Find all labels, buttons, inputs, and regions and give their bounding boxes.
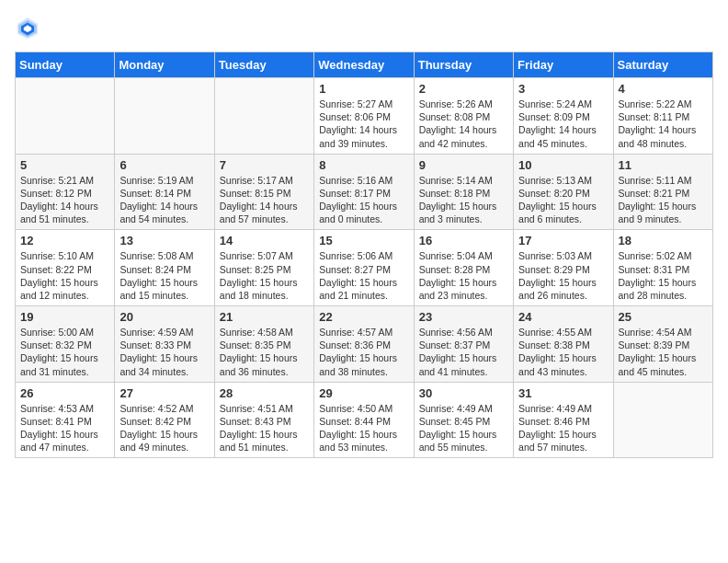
day-info: Sunrise: 5:08 AM Sunset: 8:24 PM Dayligh… — [119, 249, 209, 302]
day-number: 31 — [518, 386, 608, 400]
day-number: 24 — [518, 310, 608, 324]
calendar-cell: 7Sunrise: 5:17 AM Sunset: 8:15 PM Daylig… — [214, 154, 313, 230]
day-number: 17 — [518, 234, 608, 247]
day-number: 29 — [319, 386, 408, 400]
day-number: 30 — [419, 386, 508, 400]
day-info: Sunrise: 4:53 AM Sunset: 8:41 PM Dayligh… — [20, 402, 109, 454]
day-number: 11 — [619, 158, 708, 172]
calendar-cell: 2Sunrise: 5:26 AM Sunset: 8:08 PM Daylig… — [414, 78, 513, 155]
day-number: 1 — [319, 82, 408, 96]
day-number: 18 — [619, 234, 708, 247]
day-number: 20 — [119, 310, 209, 324]
day-info: Sunrise: 4:58 AM Sunset: 8:35 PM Dayligh… — [220, 326, 309, 378]
day-number: 6 — [119, 158, 209, 172]
calendar-body: 1Sunrise: 5:27 AM Sunset: 8:06 PM Daylig… — [16, 78, 713, 458]
calendar-cell — [115, 78, 214, 155]
day-number: 8 — [319, 158, 408, 172]
day-info: Sunrise: 5:14 AM Sunset: 8:18 PM Dayligh… — [419, 174, 508, 226]
day-number: 10 — [518, 158, 608, 172]
day-number: 23 — [419, 310, 508, 324]
day-number: 2 — [419, 82, 508, 96]
calendar-cell: 10Sunrise: 5:13 AM Sunset: 8:20 PM Dayli… — [514, 154, 613, 230]
calendar-cell: 25Sunrise: 4:54 AM Sunset: 8:39 PM Dayli… — [613, 306, 712, 383]
day-info: Sunrise: 5:11 AM Sunset: 8:21 PM Dayligh… — [619, 174, 708, 226]
calendar-cell: 11Sunrise: 5:11 AM Sunset: 8:21 PM Dayli… — [613, 154, 712, 230]
day-info: Sunrise: 5:02 AM Sunset: 8:31 PM Dayligh… — [619, 249, 708, 302]
day-number: 21 — [220, 310, 309, 324]
calendar-cell — [613, 382, 712, 458]
calendar-cell: 13Sunrise: 5:08 AM Sunset: 8:24 PM Dayli… — [115, 230, 214, 306]
calendar-cell: 27Sunrise: 4:52 AM Sunset: 8:42 PM Dayli… — [115, 382, 214, 458]
day-info: Sunrise: 4:57 AM Sunset: 8:36 PM Dayligh… — [319, 326, 408, 378]
calendar-cell: 28Sunrise: 4:51 AM Sunset: 8:43 PM Dayli… — [214, 382, 313, 458]
day-info: Sunrise: 5:13 AM Sunset: 8:20 PM Dayligh… — [518, 174, 608, 226]
calendar-cell: 6Sunrise: 5:19 AM Sunset: 8:14 PM Daylig… — [115, 154, 214, 230]
day-number: 13 — [119, 234, 209, 247]
header-wednesday: Wednesday — [314, 52, 414, 78]
calendar-cell: 24Sunrise: 4:55 AM Sunset: 8:38 PM Dayli… — [514, 306, 613, 383]
calendar-cell: 20Sunrise: 4:59 AM Sunset: 8:33 PM Dayli… — [115, 306, 214, 383]
day-info: Sunrise: 4:52 AM Sunset: 8:42 PM Dayligh… — [119, 402, 209, 454]
header-tuesday: Tuesday — [214, 52, 313, 78]
day-info: Sunrise: 5:24 AM Sunset: 8:09 PM Dayligh… — [518, 98, 608, 150]
day-info: Sunrise: 5:16 AM Sunset: 8:17 PM Dayligh… — [319, 174, 408, 226]
day-number: 22 — [319, 310, 408, 324]
day-number: 7 — [220, 158, 309, 172]
week-row-4: 19Sunrise: 5:00 AM Sunset: 8:32 PM Dayli… — [16, 306, 713, 383]
day-info: Sunrise: 5:26 AM Sunset: 8:08 PM Dayligh… — [419, 98, 508, 150]
calendar-cell: 16Sunrise: 5:04 AM Sunset: 8:28 PM Dayli… — [414, 230, 513, 306]
calendar-cell: 15Sunrise: 5:06 AM Sunset: 8:27 PM Dayli… — [314, 230, 414, 306]
day-info: Sunrise: 4:49 AM Sunset: 8:46 PM Dayligh… — [518, 402, 608, 454]
calendar-cell — [16, 78, 115, 155]
calendar-header-row: SundayMondayTuesdayWednesdayThursdayFrid… — [16, 52, 713, 78]
day-info: Sunrise: 4:55 AM Sunset: 8:38 PM Dayligh… — [518, 326, 608, 378]
day-number: 27 — [119, 386, 209, 400]
calendar-table: SundayMondayTuesdayWednesdayThursdayFrid… — [15, 52, 713, 458]
day-info: Sunrise: 5:07 AM Sunset: 8:25 PM Dayligh… — [220, 249, 309, 302]
calendar-cell: 3Sunrise: 5:24 AM Sunset: 8:09 PM Daylig… — [514, 78, 613, 155]
calendar-cell: 5Sunrise: 5:21 AM Sunset: 8:12 PM Daylig… — [16, 154, 115, 230]
calendar-cell — [214, 78, 313, 155]
header-thursday: Thursday — [414, 52, 513, 78]
calendar-cell: 22Sunrise: 4:57 AM Sunset: 8:36 PM Dayli… — [314, 306, 414, 383]
calendar-cell: 12Sunrise: 5:10 AM Sunset: 8:22 PM Dayli… — [16, 230, 115, 306]
calendar-cell: 30Sunrise: 4:49 AM Sunset: 8:45 PM Dayli… — [414, 382, 513, 458]
day-number: 26 — [20, 386, 109, 400]
calendar-cell: 26Sunrise: 4:53 AM Sunset: 8:41 PM Dayli… — [16, 382, 115, 458]
day-info: Sunrise: 4:59 AM Sunset: 8:33 PM Dayligh… — [119, 326, 209, 378]
day-number: 16 — [419, 234, 508, 247]
day-info: Sunrise: 4:49 AM Sunset: 8:45 PM Dayligh… — [419, 402, 508, 454]
header-monday: Monday — [115, 52, 214, 78]
day-info: Sunrise: 5:06 AM Sunset: 8:27 PM Dayligh… — [319, 249, 408, 302]
day-number: 4 — [619, 82, 708, 96]
day-info: Sunrise: 5:19 AM Sunset: 8:14 PM Dayligh… — [119, 174, 209, 226]
week-row-3: 12Sunrise: 5:10 AM Sunset: 8:22 PM Dayli… — [16, 230, 713, 306]
day-info: Sunrise: 4:56 AM Sunset: 8:37 PM Dayligh… — [419, 326, 508, 378]
calendar-cell: 21Sunrise: 4:58 AM Sunset: 8:35 PM Dayli… — [214, 306, 313, 383]
day-info: Sunrise: 5:21 AM Sunset: 8:12 PM Dayligh… — [20, 174, 109, 226]
day-number: 9 — [419, 158, 508, 172]
header-sunday: Sunday — [16, 52, 115, 78]
logo — [15, 15, 44, 40]
week-row-5: 26Sunrise: 4:53 AM Sunset: 8:41 PM Dayli… — [16, 382, 713, 458]
day-info: Sunrise: 4:54 AM Sunset: 8:39 PM Dayligh… — [619, 326, 708, 378]
calendar-cell: 17Sunrise: 5:03 AM Sunset: 8:29 PM Dayli… — [514, 230, 613, 306]
day-number: 12 — [20, 234, 109, 247]
week-row-2: 5Sunrise: 5:21 AM Sunset: 8:12 PM Daylig… — [16, 154, 713, 230]
calendar-cell: 29Sunrise: 4:50 AM Sunset: 8:44 PM Dayli… — [314, 382, 414, 458]
calendar-cell: 14Sunrise: 5:07 AM Sunset: 8:25 PM Dayli… — [214, 230, 313, 306]
day-number: 28 — [220, 386, 309, 400]
day-info: Sunrise: 5:22 AM Sunset: 8:11 PM Dayligh… — [619, 98, 708, 150]
calendar-cell: 1Sunrise: 5:27 AM Sunset: 8:06 PM Daylig… — [314, 78, 414, 155]
day-info: Sunrise: 5:03 AM Sunset: 8:29 PM Dayligh… — [518, 249, 608, 302]
calendar-cell: 31Sunrise: 4:49 AM Sunset: 8:46 PM Dayli… — [514, 382, 613, 458]
day-number: 3 — [518, 82, 608, 96]
day-info: Sunrise: 5:27 AM Sunset: 8:06 PM Dayligh… — [319, 98, 408, 150]
calendar-cell: 18Sunrise: 5:02 AM Sunset: 8:31 PM Dayli… — [613, 230, 712, 306]
calendar-cell: 8Sunrise: 5:16 AM Sunset: 8:17 PM Daylig… — [314, 154, 414, 230]
calendar-cell: 19Sunrise: 5:00 AM Sunset: 8:32 PM Dayli… — [16, 306, 115, 383]
day-info: Sunrise: 4:50 AM Sunset: 8:44 PM Dayligh… — [319, 402, 408, 454]
day-info: Sunrise: 5:00 AM Sunset: 8:32 PM Dayligh… — [20, 326, 109, 378]
header-saturday: Saturday — [613, 52, 712, 78]
day-info: Sunrise: 5:04 AM Sunset: 8:28 PM Dayligh… — [419, 249, 508, 302]
